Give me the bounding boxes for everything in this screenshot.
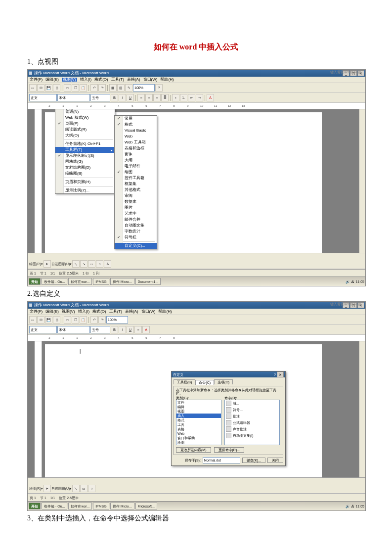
tb-email[interactable]: 电子邮件 <box>115 163 157 169</box>
tray-icon[interactable]: 🖧 <box>351 505 354 508</box>
view-thumbnails[interactable]: 缩略图(B) <box>55 171 115 177</box>
tb-forms[interactable]: 窗体 <box>115 151 157 157</box>
tb-controls[interactable]: 控件工具箱 <box>115 175 157 181</box>
tb-standard[interactable]: 常用 <box>115 116 157 122</box>
cmd-equation-editor[interactable]: 公式编辑器 <box>225 419 279 426</box>
start-button[interactable]: 开始 <box>29 503 41 509</box>
menu-view[interactable]: 视图(V) <box>62 310 75 314</box>
menu-edit[interactable]: 编辑(E) <box>45 310 59 314</box>
undo-button[interactable]: ↶ <box>90 84 98 92</box>
table-button[interactable]: ▦ <box>109 84 117 92</box>
print-button[interactable]: ⎙ <box>53 84 60 92</box>
menu-insert[interactable]: 插入(I) <box>78 310 90 314</box>
cat-item[interactable]: 工具 <box>176 422 221 427</box>
tb-web[interactable]: Web <box>115 134 157 139</box>
font-color-button[interactable]: A <box>142 326 150 333</box>
bold-button[interactable]: B <box>111 326 118 333</box>
rect-button[interactable]: ▭ <box>80 485 87 492</box>
print-button[interactable]: ⎙ <box>53 316 60 324</box>
view-outline[interactable]: 大纲(O) <box>55 133 115 139</box>
cat-item[interactable]: 窗口和帮助 <box>176 436 221 440</box>
oval-button[interactable]: ○ <box>96 260 103 268</box>
tab-commands[interactable]: 命令(C) <box>195 380 214 385</box>
save-button[interactable]: 💾 <box>45 84 52 92</box>
menu-format[interactable]: 格式(O) <box>94 78 108 82</box>
horizontal-scrollbar[interactable] <box>28 253 365 259</box>
tb-frames[interactable]: 框架集 <box>115 181 157 187</box>
tb-vb[interactable]: Visual Basic <box>115 128 157 134</box>
menu-tools[interactable]: 工具(T) <box>109 310 122 314</box>
menu-table[interactable]: 表格(A) <box>125 310 138 314</box>
copy-button[interactable]: ❐ <box>72 84 79 92</box>
tb-autotext[interactable]: 自动图文集 <box>115 223 157 229</box>
view-web[interactable]: Web 版式(W) <box>55 115 115 121</box>
view-taskpane[interactable]: 任务窗格(K) Ctrl+F1 <box>55 141 115 147</box>
italic-button[interactable]: I <box>119 326 126 333</box>
menu-help[interactable]: 帮助(H) <box>158 310 172 314</box>
menu-edit[interactable]: 编辑(E) <box>45 78 59 82</box>
menu-window[interactable]: 窗口(W) <box>141 310 156 314</box>
rearrange-button[interactable]: 重排命令(R)... <box>214 447 245 453</box>
tab-toolbars[interactable]: 工具栏(B) <box>174 379 195 384</box>
style-combo[interactable]: 正文 <box>29 94 57 101</box>
size-combo[interactable]: 五号 <box>90 94 110 101</box>
tb-formatting[interactable]: 格式 <box>115 122 157 128</box>
numbering-button[interactable]: 1. <box>180 94 187 101</box>
task-item[interactable]: IPMSG <box>93 503 109 509</box>
task-item[interactable]: IPMSG <box>93 278 109 285</box>
vertical-scrollbar[interactable] <box>359 109 365 253</box>
paste-button[interactable]: 📋 <box>80 316 87 324</box>
cat-item[interactable]: 格式 <box>176 418 221 422</box>
tray-icon[interactable]: 🔊 <box>346 280 350 283</box>
cmd-item[interactable]: 自动图文集(I) <box>225 432 279 439</box>
cmd-item[interactable]: 域... <box>225 400 279 407</box>
columns-button[interactable]: ▥ <box>117 84 125 92</box>
task-item[interactable]: 收件箱 - Ou... <box>42 278 67 285</box>
underline-button[interactable]: U <box>127 94 134 101</box>
bullets-button[interactable]: • <box>172 94 179 101</box>
close-dialog-button[interactable]: 关闭 <box>267 458 283 463</box>
cat-item[interactable]: 编辑 <box>176 405 221 409</box>
line-button[interactable]: ＼ <box>72 485 80 492</box>
view-header-footer[interactable]: 页眉和页脚(H) <box>55 179 115 185</box>
cut-button[interactable]: ✂ <box>64 316 71 324</box>
save-button[interactable]: 💾 <box>45 316 52 324</box>
textbox-button[interactable]: A <box>104 260 111 268</box>
new-doc-button[interactable]: ▭ <box>29 316 37 324</box>
rect-button[interactable]: ▭ <box>88 260 95 268</box>
cmd-item[interactable]: 声音批注 <box>225 426 279 432</box>
outdent-button[interactable]: ⇤ <box>188 94 195 101</box>
start-button[interactable]: 开始 <box>29 278 41 285</box>
tb-customize[interactable]: 自定义(C)... <box>115 243 157 249</box>
cmd-item[interactable]: 符号... <box>225 407 279 413</box>
line-button[interactable]: ＼ <box>72 260 80 268</box>
copy-button[interactable]: ❐ <box>72 316 79 324</box>
align-center-button[interactable]: ≡ <box>145 94 153 101</box>
align-left-button[interactable]: ≡ <box>137 94 145 101</box>
tb-picture[interactable]: 图片 <box>115 205 157 211</box>
view-gridlines[interactable]: 网格线(G) <box>55 159 115 165</box>
tray-icon[interactable]: 🔊 <box>346 505 350 508</box>
drawing-button[interactable]: ✎ <box>125 84 132 92</box>
tb-tables[interactable]: 表格和边框 <box>115 145 157 151</box>
tb-outline[interactable]: 大纲 <box>115 157 157 163</box>
task-item[interactable]: 操作 Micro... <box>110 503 134 509</box>
view-paragraph-marks[interactable]: 显示段落标记(S) <box>55 153 115 159</box>
modify-selection-button[interactable]: 更改所选内容(M) <box>176 447 211 453</box>
bold-button[interactable]: B <box>111 94 118 101</box>
menu-insert[interactable]: 插入(I) <box>80 78 92 82</box>
undo-button[interactable]: ↶ <box>90 316 98 324</box>
horizontal-scrollbar[interactable] <box>28 477 365 484</box>
view-normal[interactable]: 普通(N) <box>55 109 115 115</box>
view-reading[interactable]: 阅读版式(R) <box>55 127 115 133</box>
justify-button[interactable]: ≣ <box>161 94 169 101</box>
menu-format[interactable]: 格式(O) <box>92 310 106 314</box>
underline-button[interactable]: U <box>127 326 134 333</box>
new-doc-button[interactable]: ▭ <box>29 84 37 92</box>
indent-button[interactable]: ⇥ <box>196 94 203 101</box>
vertical-scrollbar[interactable] <box>359 341 365 477</box>
commands-listbox[interactable]: 域... 符号... 批注 公式编辑器 声音批注 自动图文集(I) <box>224 400 280 445</box>
menu-tools[interactable]: 工具(T) <box>111 78 124 82</box>
tb-wordart[interactable]: 艺术字 <box>115 211 157 217</box>
style-combo[interactable]: 正文 <box>29 326 57 333</box>
